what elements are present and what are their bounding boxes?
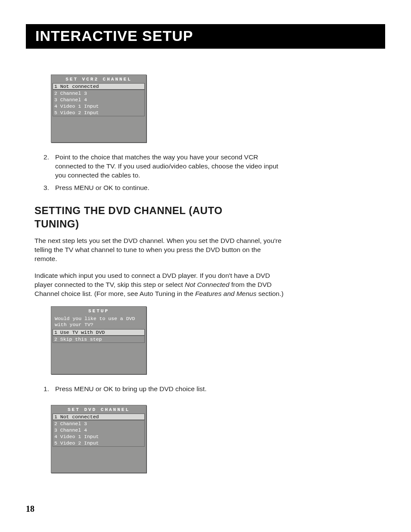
step: 2. Point to the choice that matches the …	[34, 153, 302, 180]
osd-set-vcr2-channel: SET VCR2 CHANNEL 1 Not connected 2 Chann…	[51, 75, 146, 143]
step: 1. Press MENU or OK to bring up the DVD …	[34, 385, 302, 394]
osd-option-group: 2 Channel 3 3 Channel 4 4 Video 1 Input …	[53, 90, 145, 116]
osd-option: 2 Channel 3	[53, 420, 144, 427]
osd-option-group: 2 Skip this step	[53, 336, 145, 343]
osd-option: 5 Video 2 Input	[53, 109, 144, 116]
page: Interactive Setup SET VCR2 CHANNEL 1 Not…	[0, 0, 411, 532]
osd-setup-dvd-prompt: SETUP Would you like to use a DVD with y…	[51, 306, 146, 375]
osd-option-group: 2 Channel 3 3 Channel 4 4 Video 1 Input …	[53, 420, 145, 447]
paragraph: Indicate which input you used to connect…	[34, 271, 284, 299]
step-number: 3.	[34, 184, 55, 193]
step-text: Press MENU or OK to bring up the DVD cho…	[55, 385, 288, 394]
osd-option-selected: 1 Not connected	[53, 83, 145, 90]
text-emphasis: Not Connected	[185, 281, 229, 288]
osd-option: 2 Skip this step	[53, 336, 144, 342]
osd-option-selected: 1 Not connected	[53, 414, 145, 420]
osd-title: SETUP	[51, 307, 146, 315]
text-run: section.)	[256, 290, 283, 297]
step-text: Point to the choice that matches the way…	[55, 153, 288, 180]
osd-option: 2 Channel 3	[53, 90, 144, 96]
step-number: 2.	[34, 153, 55, 180]
osd-option: 5 Video 2 Input	[53, 440, 144, 446]
osd-option: 4 Video 1 Input	[53, 433, 144, 440]
osd-option: 3 Channel 4	[53, 96, 144, 103]
step-number: 1.	[34, 385, 55, 394]
text-emphasis: Features and Menus	[195, 290, 256, 297]
osd-option: 4 Video 1 Input	[53, 103, 144, 109]
step-text: Press MENU or OK to continue.	[55, 184, 288, 193]
section-heading-dvd: Setting the DVD Channel (Auto Tuning)	[34, 204, 267, 230]
page-number: 18	[26, 504, 34, 514]
step-list-b: 1. Press MENU or OK to bring up the DVD …	[34, 385, 302, 394]
content-column: SET VCR2 CHANNEL 1 Not connected 2 Chann…	[34, 75, 302, 473]
step: 3. Press MENU or OK to continue.	[34, 184, 302, 193]
osd-title: SET DVD CHANNEL	[51, 405, 146, 414]
osd-prompt: Would you like to use a DVD with your TV…	[51, 315, 146, 330]
osd-option: 3 Channel 4	[53, 427, 144, 433]
osd-title: SET VCR2 CHANNEL	[51, 75, 146, 83]
step-list-a: 2. Point to the choice that matches the …	[34, 153, 302, 193]
chapter-title: Interactive Setup	[26, 24, 385, 49]
osd-option-selected: 1 Use TV with DVD	[53, 329, 145, 336]
paragraph: The next step lets you set the DVD chann…	[34, 236, 284, 264]
osd-set-dvd-channel: SET DVD CHANNEL 1 Not connected 2 Channe…	[51, 405, 146, 473]
